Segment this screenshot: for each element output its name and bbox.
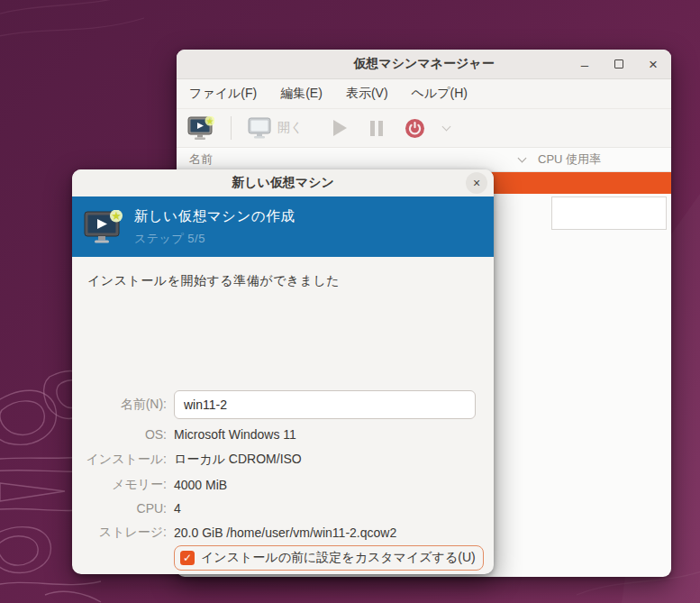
open-vm-button[interactable]: 開く	[248, 117, 303, 139]
vmm-window-title: 仮想マシンマネージャー	[353, 56, 494, 72]
wizard-monitor-icon: ★	[84, 210, 123, 244]
field-label-os: OS:	[72, 427, 167, 442]
field-value-os: Microsoft Windows 11	[174, 427, 296, 442]
pause-icon	[370, 121, 383, 136]
cpu-usage-sparkline	[551, 196, 667, 230]
svg-text:★: ★	[111, 210, 122, 223]
field-label-name: 名前(N):	[72, 397, 167, 413]
close-icon: ×	[473, 176, 480, 190]
customize-checkbox-row[interactable]: ✓ インストールの前に設定をカスタマイズする(U)	[174, 545, 484, 571]
vm-name-input[interactable]	[174, 390, 476, 419]
menu-help[interactable]: ヘルプ(H)	[412, 86, 468, 102]
check-glyph: ✓	[183, 553, 192, 563]
run-vm-button[interactable]	[333, 120, 347, 136]
power-icon	[405, 118, 425, 139]
menu-file[interactable]: ファイル(F)	[189, 86, 257, 102]
field-label-cpu: CPU:	[72, 501, 167, 516]
pause-vm-button[interactable]	[370, 121, 383, 136]
vmm-menubar: ファイル(F) 編集(E) 表示(V) ヘルプ(H)	[177, 79, 671, 109]
field-value-memory: 4000 MiB	[174, 478, 227, 492]
new-vm-monitor-icon: ★	[187, 116, 214, 141]
shutdown-menu-button[interactable]	[443, 126, 450, 130]
svg-text:★: ★	[206, 116, 214, 126]
vmm-titlebar[interactable]: 仮想マシンマネージャー – ×	[177, 50, 671, 79]
dialog-title: 新しい仮想マシン	[232, 175, 334, 191]
ready-message: インストールを開始する準備ができました	[87, 273, 340, 289]
field-label-memory: メモリー:	[72, 477, 167, 493]
maximize-box-glyph	[614, 59, 623, 69]
dialog-titlebar[interactable]: 新しい仮想マシン ×	[72, 169, 494, 196]
customize-checkbox-label[interactable]: インストールの前に設定をカスタマイズする(U)	[201, 550, 476, 566]
play-icon	[333, 120, 347, 136]
shutdown-vm-button[interactable]	[405, 118, 425, 139]
vm-list-header: 名前 CPU 使用率	[177, 148, 671, 172]
menu-edit[interactable]: 編集(E)	[280, 86, 323, 102]
open-button-label: 開く	[277, 120, 303, 136]
field-value-cpu: 4	[174, 501, 181, 516]
open-monitor-icon	[248, 117, 271, 139]
close-icon[interactable]: ×	[646, 57, 660, 72]
column-header-name[interactable]: 名前	[177, 151, 519, 168]
dialog-close-button[interactable]: ×	[466, 172, 487, 194]
toolbar-separator	[231, 116, 232, 140]
field-value-storage: 20.0 GiB /home/user/vm/win11-2.qcow2	[174, 525, 396, 540]
column-header-cpu[interactable]: CPU 使用率	[538, 151, 601, 168]
field-label-storage: ストレージ:	[72, 525, 167, 541]
wizard-header: ★ 新しい仮想マシンの作成 ステップ 5/5	[72, 196, 494, 257]
minimize-icon[interactable]: –	[577, 58, 592, 71]
new-vm-dialog: 新しい仮想マシン × ★ 新しい仮想マシンの作成 ステップ 5/5 インストール…	[72, 169, 494, 574]
checkbox-checked-icon[interactable]: ✓	[180, 551, 195, 565]
chevron-down-icon	[442, 123, 451, 132]
wizard-step-indicator: ステップ 5/5	[134, 231, 295, 247]
vmm-toolbar: ★ 開く	[177, 109, 671, 148]
field-label-install: インストール:	[72, 452, 167, 468]
new-vm-button[interactable]: ★	[187, 116, 214, 141]
sort-chevron-icon[interactable]	[518, 154, 527, 163]
field-value-install: ローカル CDROM/ISO	[174, 452, 302, 468]
wizard-title: 新しい仮想マシンの作成	[134, 207, 295, 226]
maximize-icon[interactable]	[612, 59, 626, 69]
menu-view[interactable]: 表示(V)	[346, 86, 388, 102]
wizard-body: インストールを開始する準備ができました 名前(N): OS: Microsoft…	[72, 257, 494, 574]
